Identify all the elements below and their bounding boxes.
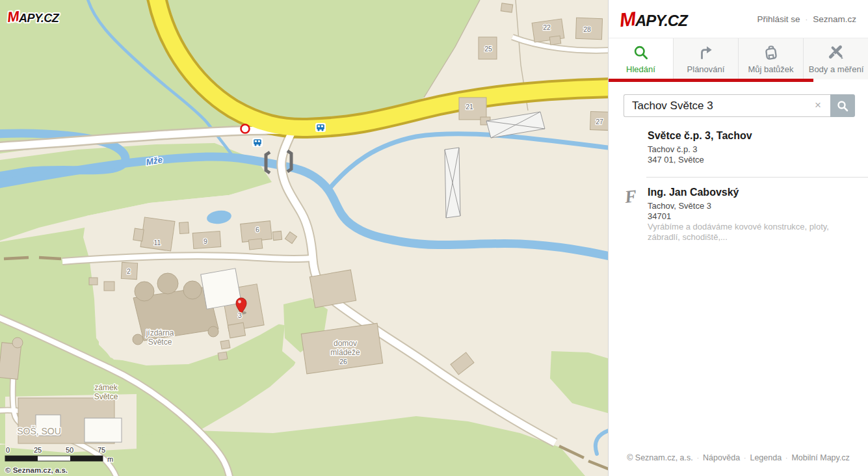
svg-text:28: 28 xyxy=(583,25,591,33)
svg-text:22: 22 xyxy=(543,23,551,31)
result-title[interactable]: Světce č.p. 3, Tachov xyxy=(648,130,859,142)
footer-link-mobilni[interactable]: Mobilní Mapy.cz xyxy=(791,453,849,462)
school-label: SOŠ, SOU xyxy=(17,426,61,436)
footer-link-legenda[interactable]: Legenda xyxy=(750,453,782,462)
map-copyright: © Seznam.cz, a.s. xyxy=(5,466,68,474)
map-pane[interactable]: Mže jízdárna Světce zámek Světce domov m… xyxy=(0,0,608,476)
svg-text:75: 75 xyxy=(98,446,105,454)
tab-label: Hledání xyxy=(626,64,655,74)
result-line: Tachov č.p. 3 xyxy=(648,144,859,155)
search-icon xyxy=(633,44,650,61)
header-links: Přihlásit se·Seznam.cz xyxy=(757,14,856,24)
map-canvas[interactable]: Mže jízdárna Světce zámek Světce domov m… xyxy=(0,0,608,476)
footer-copyright: © Seznam.cz, a.s. xyxy=(627,453,693,462)
castle-label-1: zámek xyxy=(94,383,118,392)
tab-label: Plánování xyxy=(687,64,725,74)
bus-stop-icon[interactable] xyxy=(315,123,326,132)
svg-text:21: 21 xyxy=(466,103,473,111)
route-point-ring-marker[interactable] xyxy=(241,125,250,133)
riding-hall-label-2: Světce xyxy=(148,337,172,347)
mapy-cz-logo[interactable]: MAPY.CZ xyxy=(620,8,687,31)
svg-text:50: 50 xyxy=(66,446,73,454)
svg-text:25: 25 xyxy=(34,446,42,454)
svg-text:27: 27 xyxy=(596,118,603,126)
castle-label-2: Světce xyxy=(94,392,118,401)
svg-text:F: F xyxy=(623,187,637,205)
result-line: Tachov, Světce 3 xyxy=(648,201,859,211)
tab-hledani[interactable]: Hledání xyxy=(609,38,674,79)
seznam-link[interactable]: Seznam.cz xyxy=(813,14,856,24)
result-line: 34701 xyxy=(648,211,859,222)
tab-planovani[interactable]: Plánování xyxy=(674,38,739,79)
result-item-company[interactable]: F Ing. Jan Cabovský Tachov, Světce 3 347… xyxy=(609,187,868,243)
result-description: zábradlí, schodiště,... xyxy=(648,232,859,243)
link-separator-dot: · xyxy=(806,16,808,23)
tab-body-a-mereni[interactable]: Body a měření xyxy=(804,38,868,79)
sidebar-footer: © Seznam.cz, a.s.·Nápověda·Legenda·Mobil… xyxy=(609,453,868,462)
footer-separator-dot: · xyxy=(785,455,787,462)
svg-text:0: 0 xyxy=(6,446,10,454)
svg-text:11: 11 xyxy=(154,239,161,246)
backpack-icon xyxy=(763,44,780,61)
result-title[interactable]: Ing. Jan Cabovský xyxy=(648,187,859,198)
result-item-address[interactable]: Světce č.p. 3, Tachov Tachov č.p. 3 347 … xyxy=(609,130,868,165)
riding-hall-label-1: jízdárna xyxy=(146,328,174,337)
results-divider xyxy=(646,177,868,178)
svg-text:m: m xyxy=(107,455,113,463)
route-icon xyxy=(698,44,715,61)
result-description: Vyrábíme a dodáváme kovové konstrukce, p… xyxy=(648,222,859,232)
footer-link-napoveda[interactable]: Nápověda xyxy=(703,453,740,462)
tab-muj-batuzek[interactable]: Můj batůžek xyxy=(739,38,804,79)
search-row: × xyxy=(624,94,855,117)
svg-text:6: 6 xyxy=(256,226,259,233)
footer-separator-dot: · xyxy=(744,455,746,462)
dorm-label-2: mládeže xyxy=(330,348,360,357)
bus-stop-icon[interactable] xyxy=(252,138,263,147)
search-button-icon xyxy=(836,99,849,112)
search-results-list: Světce č.p. 3, Tachov Tachov č.p. 3 347 … xyxy=(609,130,868,243)
tab-label: Body a měření xyxy=(809,64,864,74)
search-button[interactable] xyxy=(830,94,855,117)
svg-text:26: 26 xyxy=(339,358,347,365)
svg-text:9: 9 xyxy=(204,237,207,245)
tab-label: Můj batůžek xyxy=(748,64,793,74)
sidebar-panel: MAPY.CZ Přihlásit se·Seznam.cz Hledání P… xyxy=(608,0,868,476)
result-line: 347 01, Světce xyxy=(648,155,859,165)
footer-separator-dot: · xyxy=(697,455,699,462)
tab-strip: Hledání Plánování Můj batůžek xyxy=(609,38,868,79)
active-section-red-bar xyxy=(609,79,813,82)
logo-letter-m: M xyxy=(618,8,636,31)
login-link[interactable]: Přihlásit se xyxy=(757,14,800,24)
pin-building-number: 3 xyxy=(238,311,242,319)
logo-rest: APY.CZ xyxy=(635,12,687,29)
clear-search-icon[interactable]: × xyxy=(815,99,821,112)
mapy-cz-app: Mže jízdárna Světce zámek Světce domov m… xyxy=(0,0,868,476)
svg-text:25: 25 xyxy=(484,45,492,53)
svg-text:2: 2 xyxy=(127,267,131,275)
search-input[interactable] xyxy=(624,94,830,117)
svg-text:APY.CZ: APY.CZ xyxy=(18,12,60,25)
dorm-label-1: domov xyxy=(334,339,357,348)
firmy-f-icon: F xyxy=(622,187,640,205)
sidebar-header: MAPY.CZ Přihlásit se·Seznam.cz xyxy=(609,0,868,38)
measure-tools-icon xyxy=(828,44,845,61)
